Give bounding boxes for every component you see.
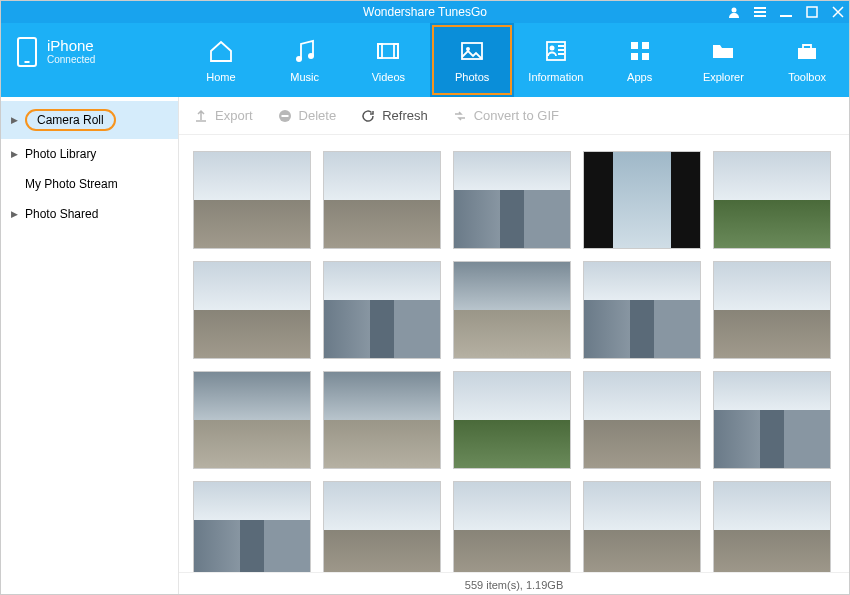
- sidebar-item-my-photo-stream[interactable]: My Photo Stream: [1, 169, 178, 199]
- titlebar: Wondershare TunesGo: [1, 1, 849, 23]
- nav-videos[interactable]: Videos: [347, 23, 431, 97]
- svg-rect-3: [754, 15, 766, 17]
- photo-thumbnail[interactable]: [193, 151, 311, 249]
- nav-home[interactable]: Home: [179, 23, 263, 97]
- toolbox-icon: [793, 37, 821, 65]
- photo-thumbnail[interactable]: [323, 481, 441, 572]
- nav-label: Information: [528, 71, 583, 83]
- svg-rect-19: [798, 48, 816, 59]
- sidebar-item-label: My Photo Stream: [25, 177, 118, 191]
- photo-thumbnail[interactable]: [713, 151, 831, 249]
- sidebar-item-label: Photo Library: [25, 147, 96, 161]
- convert-gif-button[interactable]: Convert to GIF: [452, 108, 559, 124]
- photo-thumbnail[interactable]: [453, 481, 571, 572]
- home-icon: [207, 37, 235, 65]
- device-box[interactable]: iPhone Connected: [1, 23, 179, 97]
- delete-icon: [277, 108, 293, 124]
- svg-point-6: [296, 56, 302, 62]
- photo-thumbnail[interactable]: [583, 371, 701, 469]
- nav-information[interactable]: Information: [514, 23, 598, 97]
- photo-thumbnail[interactable]: [193, 261, 311, 359]
- nav-label: Explorer: [703, 71, 744, 83]
- svg-rect-13: [547, 42, 565, 60]
- photo-thumbnail[interactable]: [713, 261, 831, 359]
- nav-explorer[interactable]: Explorer: [682, 23, 766, 97]
- photos-icon: [458, 37, 486, 65]
- nav-label: Music: [290, 71, 319, 83]
- svg-rect-10: [394, 44, 398, 58]
- sidebar: ▶Camera Roll▶Photo LibraryMy Photo Strea…: [1, 97, 179, 595]
- apps-icon: [626, 37, 654, 65]
- svg-point-0: [732, 8, 737, 13]
- svg-rect-9: [378, 44, 382, 58]
- photo-thumbnail[interactable]: [323, 371, 441, 469]
- refresh-icon: [360, 108, 376, 124]
- nav-apps[interactable]: Apps: [598, 23, 682, 97]
- photo-thumbnail[interactable]: [323, 261, 441, 359]
- export-icon: [193, 108, 209, 124]
- refresh-button[interactable]: Refresh: [360, 108, 428, 124]
- nav-label: Videos: [372, 71, 405, 83]
- nav-label: Apps: [627, 71, 652, 83]
- close-icon[interactable]: [831, 6, 845, 18]
- sidebar-item-photo-shared[interactable]: ▶Photo Shared: [1, 199, 178, 229]
- svg-rect-8: [378, 44, 398, 58]
- toolbar: Export Delete Refresh Convert to GIF: [179, 97, 849, 135]
- svg-rect-5: [807, 7, 817, 17]
- svg-rect-1: [754, 7, 766, 9]
- info-icon: [542, 37, 570, 65]
- convert-gif-label: Convert to GIF: [474, 108, 559, 123]
- nav-photos[interactable]: Photos: [430, 23, 514, 97]
- menu-icon[interactable]: [753, 6, 767, 18]
- minimize-icon[interactable]: [779, 6, 793, 18]
- nav-label: Home: [206, 71, 235, 83]
- photo-thumbnail[interactable]: [583, 481, 701, 572]
- photo-thumbnail[interactable]: [713, 481, 831, 572]
- main: ▶Camera Roll▶Photo LibraryMy Photo Strea…: [1, 97, 849, 595]
- photo-thumbnail[interactable]: [193, 371, 311, 469]
- svg-rect-21: [281, 115, 288, 117]
- photo-grid-wrap[interactable]: [179, 135, 849, 572]
- photo-thumbnail[interactable]: [323, 151, 441, 249]
- sidebar-item-camera-roll[interactable]: ▶Camera Roll: [1, 101, 178, 139]
- header: iPhone Connected HomeMusicVideosPhotosIn…: [1, 23, 849, 97]
- delete-label: Delete: [299, 108, 337, 123]
- nav-music[interactable]: Music: [263, 23, 347, 97]
- convert-icon: [452, 108, 468, 124]
- photo-grid: [193, 151, 835, 572]
- sidebar-item-label: Photo Shared: [25, 207, 98, 221]
- user-icon[interactable]: [727, 6, 741, 18]
- refresh-label: Refresh: [382, 108, 428, 123]
- chevron-right-icon: ▶: [11, 149, 19, 159]
- svg-point-14: [549, 46, 554, 51]
- photo-thumbnail[interactable]: [453, 261, 571, 359]
- nav-toolbox[interactable]: Toolbox: [765, 23, 849, 97]
- svg-rect-15: [631, 42, 638, 49]
- nav-label: Toolbox: [788, 71, 826, 83]
- statusbar: 559 item(s), 1.19GB: [179, 572, 849, 595]
- nav-label: Photos: [455, 71, 489, 83]
- svg-rect-4: [780, 15, 792, 17]
- photo-thumbnail[interactable]: [193, 481, 311, 572]
- sidebar-item-label: Camera Roll: [25, 109, 116, 131]
- svg-rect-16: [642, 42, 649, 49]
- svg-rect-2: [754, 11, 766, 13]
- phone-icon: [17, 37, 37, 67]
- photo-thumbnail[interactable]: [713, 371, 831, 469]
- device-name: iPhone: [47, 37, 95, 54]
- export-label: Export: [215, 108, 253, 123]
- svg-rect-17: [631, 53, 638, 60]
- music-icon: [291, 37, 319, 65]
- window-controls: [727, 1, 845, 23]
- photo-thumbnail[interactable]: [453, 151, 571, 249]
- svg-rect-18: [642, 53, 649, 60]
- maximize-icon[interactable]: [805, 6, 819, 18]
- export-button[interactable]: Export: [193, 108, 253, 124]
- photo-thumbnail[interactable]: [453, 371, 571, 469]
- delete-button[interactable]: Delete: [277, 108, 337, 124]
- chevron-right-icon: ▶: [11, 209, 19, 219]
- photo-thumbnail[interactable]: [583, 261, 701, 359]
- svg-point-7: [308, 53, 314, 59]
- sidebar-item-photo-library[interactable]: ▶Photo Library: [1, 139, 178, 169]
- photo-thumbnail[interactable]: [583, 151, 701, 249]
